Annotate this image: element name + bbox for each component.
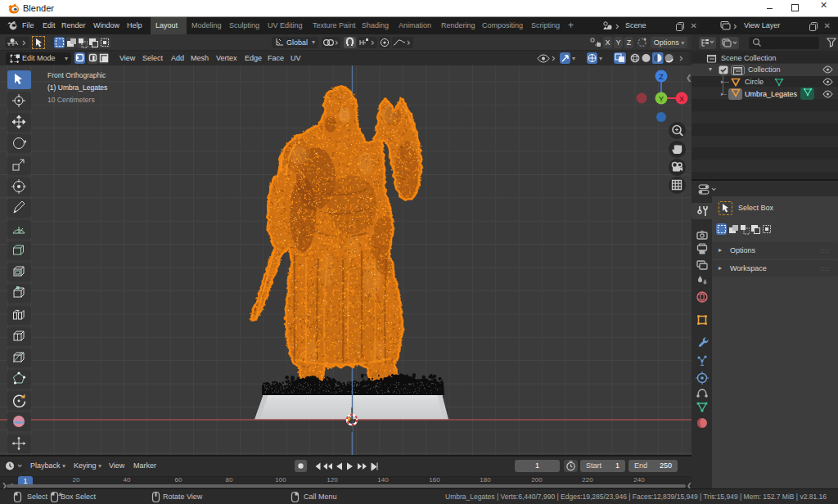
svg-text:X: X [679,95,684,103]
svg-text:Y: Y [659,95,664,103]
svg-text:Z: Z [659,73,664,81]
